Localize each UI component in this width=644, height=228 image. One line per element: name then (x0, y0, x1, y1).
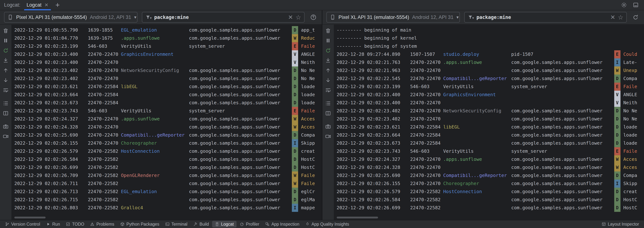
log-row[interactable]: 2022-12-29 02:02:23.66422470-22584com.go… (12, 91, 322, 99)
log-output-area[interactable]: --------- beginning of main--------- beg… (334, 25, 644, 220)
log-row[interactable]: 2022-12-29 02:02:23.40222470-22470com.go… (12, 74, 322, 83)
log-row[interactable]: 2022-12-29 02:02:23.199546-603VerityUtil… (334, 83, 644, 91)
log-row[interactable]: 2022-12-29 02:02:26.71122470-22582com.go… (12, 180, 322, 188)
scroll-to-end-button[interactable] (2, 56, 10, 64)
log-row[interactable]: 2022-12-29 02:02:26.69922470-22582com.go… (12, 163, 322, 172)
log-row[interactable]: 2022-12-29 02:02:26.71522470-22582com.go… (12, 196, 322, 204)
previous-occurrence-button[interactable] (324, 66, 332, 74)
clear-filter-icon[interactable]: ✕ (610, 14, 615, 20)
filter-field[interactable]: ▾ package:mine ✕ ☆ (464, 12, 627, 22)
log-row[interactable]: 2022-12-29 02:02:23.66422470-22584com.go… (334, 131, 644, 139)
log-row[interactable]: 2022-12-29 02:02:23.743546-603VerityUtil… (12, 107, 322, 115)
log-row[interactable]: 2022-12-29 02:02:23.67322470-22584com.go… (12, 99, 322, 107)
next-occurrence-button[interactable] (324, 76, 332, 84)
log-row[interactable]: 2022-12-29 02:02:26.15522470-22470Choreo… (334, 180, 644, 188)
log-row[interactable]: 2022-12-29 02:02:23.40222470-22470Networ… (334, 107, 644, 115)
hide-tool-window-icon[interactable] (632, 2, 639, 8)
log-row[interactable]: 2022-12-29 02:02:24.32722470-22470.apps.… (334, 155, 644, 163)
log-row[interactable]: 2022-12-29 02:02:24.32822470-22470com.go… (12, 123, 322, 131)
split-panels-button[interactable] (2, 109, 10, 117)
log-row[interactable]: 2022-12-29 02:02:23.62122470-22584libEGL… (334, 123, 644, 131)
filter-query-input[interactable]: package:mine (476, 14, 608, 20)
clear-logcat-button[interactable] (2, 27, 10, 34)
statusbar-app-inspection-button[interactable]: App Inspection (262, 221, 302, 228)
log-row[interactable]: 2022-12-29 02:02:26.58422470-22582com.go… (12, 155, 322, 163)
log-row[interactable]: 2022-12-29 02:02:24.32722470-22470.apps.… (12, 115, 322, 123)
log-row[interactable]: 2022-12-29 02:02:26.57922470-22582HostCo… (12, 147, 322, 155)
log-row[interactable]: 2022-12-29 02:02:23.62122470-22584libEGL… (12, 83, 322, 91)
log-row[interactable]: 2022-12-29 02:02:26.58422470-22582com.go… (334, 196, 644, 204)
help-icon[interactable] (309, 14, 318, 20)
statusbar-todo-button[interactable]: TODO (63, 221, 87, 228)
log-row[interactable]: 2022-12-29 01:01:04.7701639-1675.apps.su… (12, 34, 322, 42)
favorite-filter-icon[interactable]: ☆ (296, 14, 301, 20)
pause-logcat-button[interactable] (2, 37, 10, 44)
soft-wrap-button[interactable] (2, 86, 10, 94)
restart-logcat-button[interactable] (324, 47, 332, 54)
statusbar-python-packages-button[interactable]: Python Packages (118, 221, 162, 228)
statusbar-version-control-button[interactable]: Version Control (2, 221, 43, 228)
formatting-options-button[interactable] (324, 99, 332, 107)
statusbar-terminal-button[interactable]: Terminal (162, 221, 190, 228)
clear-filter-icon[interactable]: ✕ (288, 14, 293, 20)
log-row[interactable]: 2022-12-29 02:02:26.71322470-22582EGL_em… (12, 188, 322, 196)
restart-logcat-button[interactable] (2, 47, 10, 54)
statusbar-app-quality-insights-button[interactable]: App Quality Insights (302, 221, 352, 228)
take-screenshot-button[interactable] (324, 123, 332, 130)
log-row[interactable]: 2022-12-29 02:02:23.199546-603VerityUtil… (12, 42, 322, 50)
log-row[interactable]: 2022-12-29 02:02:26.70922470-22582OpenGL… (12, 172, 322, 180)
clear-logcat-button[interactable] (324, 27, 332, 34)
soft-wrap-button[interactable] (324, 86, 332, 94)
record-screen-button[interactable] (324, 133, 332, 140)
statusbar-problems-button[interactable]: Problems (87, 221, 117, 228)
log-output-area[interactable]: 2022-12-29 01:00:55.7901639-1855EGL_emul… (12, 25, 322, 220)
log-row[interactable]: 2022-12-28 09:27:44.8901507-1507studio.d… (334, 50, 644, 58)
scroll-to-end-button[interactable] (324, 56, 332, 64)
filter-field[interactable]: ▾ package:mine ✕ ☆ (142, 12, 304, 22)
log-row[interactable]: 2022-12-29 02:02:26.15522470-22470Choreo… (12, 139, 322, 147)
formatting-options-button[interactable] (2, 99, 10, 107)
log-row[interactable]: 2022-12-29 01:00:55.7901639-1855EGL_emul… (12, 26, 322, 34)
log-row[interactable]: 2022-12-29 02:02:23.40022470-22470VNeith (12, 58, 322, 66)
close-tab-icon[interactable]: ✕ (44, 2, 48, 7)
horizontal-scrollbar[interactable] (337, 217, 378, 219)
log-row[interactable]: 2022-12-29 02:02:23.40222470-22470Networ… (12, 66, 322, 74)
log-row[interactable]: 2022-12-29 02:02:24.32822470-22470com.go… (334, 163, 644, 172)
log-separator[interactable]: --------- beginning of kernel (334, 34, 644, 42)
pause-logcat-button[interactable] (324, 37, 332, 44)
log-row[interactable]: 2022-12-29 02:02:23.40022470-22470Graphi… (12, 50, 322, 58)
log-row[interactable]: 2022-12-29 02:02:22.54522470-22470Compat… (334, 74, 644, 83)
log-row[interactable]: 2022-12-29 02:02:26.69922470-22582com.go… (334, 204, 644, 212)
log-row[interactable]: 2022-12-29 02:02:21.96322470-22470com.go… (334, 66, 644, 74)
log-separator[interactable]: --------- beginning of system (334, 42, 644, 50)
statusbar-run-button[interactable]: Run (43, 221, 63, 228)
filter-funnel-icon[interactable]: ▾ (468, 14, 474, 20)
new-tab-button[interactable]: + (52, 1, 63, 9)
reload-icon[interactable] (631, 14, 640, 20)
log-row[interactable]: 2022-12-29 02:02:23.40022470-22470Graphi… (334, 91, 644, 99)
split-panels-button[interactable] (324, 109, 332, 117)
log-row[interactable]: 2022-12-29 02:02:26.57922470-22582HostCo… (334, 188, 644, 196)
tab-logcat[interactable]: Logcat ✕ (23, 0, 52, 10)
statusbar-profiler-button[interactable]: Profiler (237, 221, 262, 228)
log-row[interactable]: 2022-12-29 02:02:23.40022470-22470VNeith (334, 99, 644, 107)
log-row[interactable]: 2022-12-29 02:02:23.40222470-22470com.go… (334, 115, 644, 123)
log-row[interactable]: 2022-12-29 02:02:26.80322470-22582Grallo… (12, 204, 322, 212)
favorite-filter-icon[interactable]: ☆ (618, 14, 624, 20)
log-row[interactable]: 2022-12-29 02:02:21.76322470-22470.apps.… (334, 58, 644, 66)
settings-gear-icon[interactable] (621, 2, 627, 8)
filter-query-input[interactable]: package:mine (154, 14, 286, 20)
device-selector[interactable]: Pixel XL API 31 (emulator-5554) Android … (4, 12, 138, 22)
filter-funnel-icon[interactable]: ▾ (145, 14, 152, 20)
log-separator[interactable]: --------- beginning of main (334, 26, 644, 34)
next-occurrence-button[interactable] (2, 76, 10, 84)
log-row[interactable]: 2022-12-29 02:02:25.69022470-22470Compat… (334, 172, 644, 180)
statusbar-build-button[interactable]: Build (190, 221, 212, 228)
log-row[interactable]: 2022-12-29 02:02:23.743546-603VerityUtil… (334, 147, 644, 155)
statusbar-logcat-button[interactable]: Logcat (212, 221, 236, 228)
statusbar-layout-inspector-button[interactable]: Layout Inspector (599, 221, 642, 228)
record-screen-button[interactable] (2, 133, 10, 140)
horizontal-scrollbar[interactable] (14, 217, 46, 219)
log-row[interactable]: 2022-12-29 02:02:23.67322470-22584com.go… (334, 139, 644, 147)
log-row[interactable]: 2022-12-29 02:02:25.69022470-22470Compat… (12, 131, 322, 139)
